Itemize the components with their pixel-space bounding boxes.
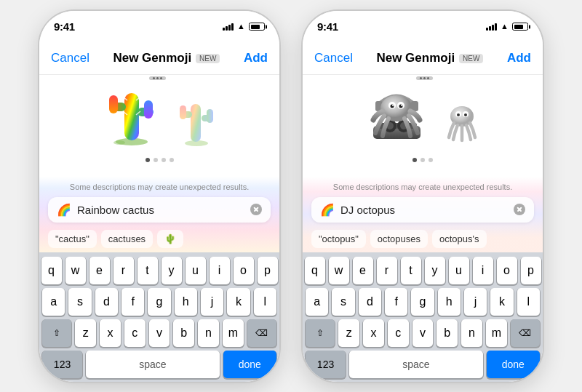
key-y-1[interactable]: y xyxy=(162,257,182,284)
key-x-2[interactable]: x xyxy=(363,319,384,347)
key-w-2[interactable]: w xyxy=(329,257,349,284)
key-n-1[interactable]: n xyxy=(198,319,219,347)
add-button-1[interactable]: Add xyxy=(244,51,268,65)
suggestion-2-2[interactable]: octopuses xyxy=(370,230,428,248)
key-r-2[interactable]: r xyxy=(377,257,397,284)
search-bar-1[interactable]: 🌈 Rainbow cactus xyxy=(48,197,271,223)
key-k-1[interactable]: k xyxy=(227,288,250,316)
key-t-2[interactable]: t xyxy=(401,257,421,284)
key-num-1[interactable]: 123 xyxy=(42,351,82,378)
key-f-2[interactable]: f xyxy=(385,288,407,316)
search-value-2[interactable]: DJ octopus xyxy=(340,204,508,216)
emoji-main-1 xyxy=(99,75,164,151)
key-i-1[interactable]: i xyxy=(210,257,230,284)
emoji-row-2 xyxy=(362,75,484,151)
key-e-2[interactable]: e xyxy=(353,257,373,284)
key-done-2[interactable]: done xyxy=(487,351,540,378)
more-dots-2 xyxy=(416,76,433,80)
more-dots-1 xyxy=(149,76,166,80)
search-bar-2[interactable]: 🌈 DJ octopus xyxy=(311,197,534,223)
key-h-2[interactable]: h xyxy=(438,288,461,316)
key-d-1[interactable]: d xyxy=(95,288,118,316)
key-num-2[interactable]: 123 xyxy=(306,351,346,378)
key-a-1[interactable]: a xyxy=(42,288,65,316)
key-space-2[interactable]: space xyxy=(349,351,483,378)
key-v-1[interactable]: v xyxy=(149,319,170,347)
key-t-1[interactable]: t xyxy=(137,257,158,284)
search-rainbow-icon-1: 🌈 xyxy=(57,203,71,217)
key-y-2[interactable]: y xyxy=(425,257,445,284)
key-b-1[interactable]: b xyxy=(173,319,194,347)
cancel-button-2[interactable]: Cancel xyxy=(314,51,353,65)
key-m-1[interactable]: m xyxy=(223,319,244,347)
key-p-1[interactable]: p xyxy=(258,257,278,284)
key-s-2[interactable]: s xyxy=(332,288,354,316)
key-e-1[interactable]: e xyxy=(89,257,110,284)
key-r-1[interactable]: r xyxy=(113,257,134,284)
key-j-1[interactable]: j xyxy=(201,288,223,316)
search-value-1[interactable]: Rainbow cactus xyxy=(77,204,244,216)
key-a-2[interactable]: a xyxy=(306,288,328,316)
search-rainbow-icon-2: 🌈 xyxy=(320,203,335,217)
key-g-2[interactable]: g xyxy=(411,288,434,316)
cancel-button-1[interactable]: Cancel xyxy=(51,51,89,65)
key-g-1[interactable]: g xyxy=(148,288,170,316)
search-clear-1[interactable] xyxy=(250,204,262,215)
key-l-2[interactable]: l xyxy=(517,288,540,316)
key-u-1[interactable]: u xyxy=(186,257,206,284)
key-b-2[interactable]: b xyxy=(436,319,458,347)
status-icons-2: ▲ xyxy=(486,23,528,31)
svg-rect-16 xyxy=(207,109,213,123)
key-delete-1[interactable]: ⌫ xyxy=(247,319,276,347)
key-v-2[interactable]: v xyxy=(412,319,434,347)
key-c-1[interactable]: c xyxy=(124,319,146,347)
key-j-2[interactable]: j xyxy=(464,288,487,316)
key-w-1[interactable]: w xyxy=(65,257,86,284)
key-f-1[interactable]: f xyxy=(121,288,144,316)
key-x-1[interactable]: x xyxy=(100,319,121,347)
add-button-2[interactable]: Add xyxy=(507,51,531,65)
key-n-2[interactable]: n xyxy=(461,319,482,347)
dot-3 xyxy=(162,158,166,162)
key-p-2[interactable]: p xyxy=(521,257,541,284)
key-d-2[interactable]: d xyxy=(359,288,381,316)
keyboard-row2-2: a s d f g h j k l xyxy=(306,288,540,316)
key-q-1[interactable]: q xyxy=(41,257,62,284)
emoji-row-1 xyxy=(99,75,220,151)
search-clear-2[interactable] xyxy=(514,204,525,215)
key-o-1[interactable]: o xyxy=(234,257,254,284)
key-i-2[interactable]: i xyxy=(473,257,493,284)
dot2-2 xyxy=(420,158,425,162)
key-space-1[interactable]: space xyxy=(86,351,220,378)
suggestion-1[interactable]: "cactus" xyxy=(48,230,97,248)
key-h-1[interactable]: h xyxy=(175,288,197,316)
bottom-section-2: Some descriptions may create unexpected … xyxy=(303,177,543,252)
status-bar-2: 9:41 ▲ xyxy=(303,11,543,43)
key-z-1[interactable]: z xyxy=(75,319,96,347)
suggestion-2-3[interactable]: octopus's xyxy=(432,230,487,248)
suggestion-3[interactable]: 🌵 xyxy=(157,230,183,248)
key-c-2[interactable]: c xyxy=(388,319,409,347)
dot-1 xyxy=(146,158,150,162)
key-delete-2[interactable]: ⌫ xyxy=(511,319,540,347)
wifi-icon-1: ▲ xyxy=(237,23,245,31)
key-m-2[interactable]: m xyxy=(486,319,507,347)
key-l-1[interactable]: l xyxy=(254,288,276,316)
key-o-2[interactable]: o xyxy=(497,257,517,284)
status-bar-1: 9:41 ▲ xyxy=(39,11,279,43)
key-done-1[interactable]: done xyxy=(223,351,276,378)
key-shift-1[interactable]: ⇧ xyxy=(42,319,71,347)
key-z-2[interactable]: z xyxy=(338,319,359,347)
page-dots-2 xyxy=(412,158,433,162)
key-u-2[interactable]: u xyxy=(449,257,469,284)
suggestion-2-1[interactable]: "octopus" xyxy=(311,230,366,248)
suggestion-2[interactable]: cactuses xyxy=(101,230,153,248)
keyboard-row2-1: a s d f g h j k l xyxy=(42,288,276,316)
dot2-1 xyxy=(412,158,417,162)
key-k-2[interactable]: k xyxy=(490,288,513,316)
warning-text-1: Some descriptions may create unexpected … xyxy=(48,183,271,191)
key-q-2[interactable]: q xyxy=(305,257,325,284)
phone-1: 9:41 ▲ Cancel New Genmoji NEW Add xyxy=(39,11,279,382)
key-s-1[interactable]: s xyxy=(68,288,91,316)
key-shift-2[interactable]: ⇧ xyxy=(306,319,335,347)
